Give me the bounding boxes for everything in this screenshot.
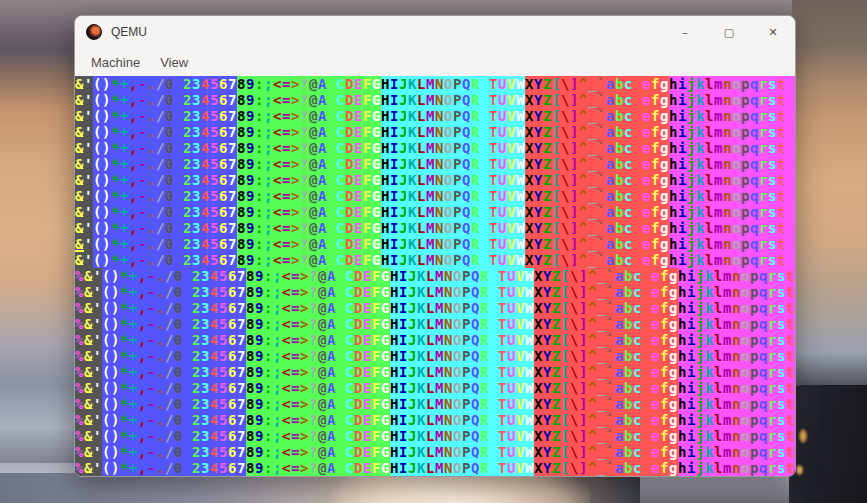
vga-text-row: &'()*+,-./0123456789:;<=>?@ABCDEFGHIJKLM…	[75, 108, 795, 124]
desktop: { "window": { "title": "QEMU", "icon": "…	[0, 0, 867, 503]
wallpaper-right-sky	[792, 0, 867, 503]
wallpaper-left-cloud	[0, 343, 75, 463]
vga-cursor	[75, 250, 84, 252]
vga-text-row: &'()*+,-./0123456789:;<=>?@ABCDEFGHIJKLM…	[75, 140, 795, 156]
wallpaper-dark-silhouette	[789, 385, 867, 503]
vga-text-row: &'()*+,-./0123456789:;<=>?@ABCDEFGHIJKLM…	[75, 76, 795, 92]
vga-text-row: %&'()*+,-./0123456789:;<=>?@ABCDEFGHIJKL…	[75, 364, 795, 380]
menu-bar: Machine View	[75, 48, 795, 76]
vga-text-row: &'()*+,-./0123456789:;<=>?@ABCDEFGHIJKLM…	[75, 124, 795, 140]
vga-text-row: &'()*+,-./0123456789:;<=>?@ABCDEFGHIJKLM…	[75, 220, 795, 236]
vga-text-row: &'()*+,-./0123456789:;<=>?@ABCDEFGHIJKLM…	[75, 172, 795, 188]
title-bar[interactable]: QEMU – ▢ ✕	[75, 16, 795, 48]
vga-text-row: %&'()*+,-./0123456789:;<=>?@ABCDEFGHIJKL…	[75, 428, 795, 444]
wallpaper-bottom-clouds	[0, 473, 640, 503]
vga-text-row: %&'()*+,-./0123456789:;<=>?@ABCDEFGHIJKL…	[75, 300, 795, 316]
vga-text-row: %&'()*+,-./0123456789:;<=>?@ABCDEFGHIJKL…	[75, 316, 795, 332]
minimize-icon: –	[682, 26, 688, 39]
vga-text-row: &'()*+,-./0123456789:;<=>?@ABCDEFGHIJKLM…	[75, 188, 795, 204]
vga-text-row: %&'()*+,-./0123456789:;<=>?@ABCDEFGHIJKL…	[75, 396, 795, 412]
vga-text-row: &'()*+,-./0123456789:;<=>?@ABCDEFGHIJKLM…	[75, 204, 795, 220]
vga-text-row: %&'()*+,-./0123456789:;<=>?@ABCDEFGHIJKL…	[75, 412, 795, 428]
wallpaper-light-spot	[796, 465, 803, 475]
minimize-button[interactable]: –	[663, 16, 707, 48]
window-controls: – ▢ ✕	[663, 16, 795, 48]
vga-text-row: %&'()*+,-./0123456789:;<=>?@ABCDEFGHIJKL…	[75, 268, 795, 284]
vga-text-row: &'()*+,-./0123456789:;<=>?@ABCDEFGHIJKLM…	[75, 236, 795, 252]
close-icon: ✕	[768, 26, 777, 39]
maximize-icon: ▢	[724, 26, 734, 39]
vga-text-row: %&'()*+,-./0123456789:;<=>?@ABCDEFGHIJKL…	[75, 444, 795, 460]
vga-text-row: %&'()*+,-./0123456789:;<=>?@ABCDEFGHIJKL…	[75, 348, 795, 364]
menu-item-machine[interactable]: Machine	[75, 55, 150, 70]
menu-item-view[interactable]: View	[150, 55, 198, 70]
window-title: QEMU	[111, 25, 147, 39]
qemu-logo-icon	[86, 24, 102, 40]
vga-text-row: %&'()*+,-./0123456789:;<=>?@ABCDEFGHIJKL…	[75, 284, 795, 300]
vga-text-row: %&'()*+,-./0123456789:;<=>?@ABCDEFGHIJKL…	[75, 460, 795, 476]
close-button[interactable]: ✕	[751, 16, 795, 48]
wallpaper-light-spot	[799, 429, 807, 443]
maximize-button[interactable]: ▢	[707, 16, 751, 48]
vga-text-row: &'()*+,-./0123456789:;<=>?@ABCDEFGHIJKLM…	[75, 156, 795, 172]
vga-text-row: &'()*+,-./0123456789:;<=>?@ABCDEFGHIJKLM…	[75, 92, 795, 108]
vga-text-row: %&'()*+,-./0123456789:;<=>?@ABCDEFGHIJKL…	[75, 332, 795, 348]
qemu-window: QEMU – ▢ ✕ Machine View &'()*+,-./012345…	[74, 15, 796, 477]
vga-screen[interactable]: &'()*+,-./0123456789:;<=>?@ABCDEFGHIJKLM…	[75, 76, 795, 476]
vga-text-row: %&'()*+,-./0123456789:;<=>?@ABCDEFGHIJKL…	[75, 380, 795, 396]
vga-text-row: &'()*+,-./0123456789:;<=>?@ABCDEFGHIJKLM…	[75, 252, 795, 268]
